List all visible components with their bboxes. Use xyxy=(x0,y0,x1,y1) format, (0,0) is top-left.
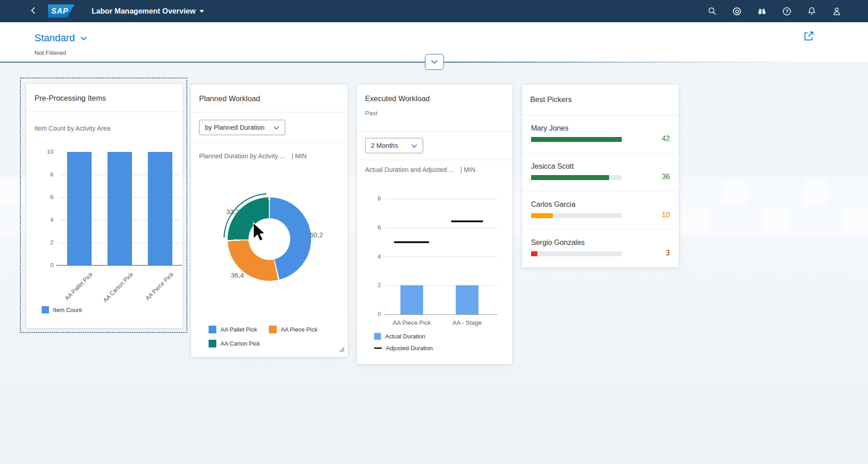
card-pre-processing-items[interactable]: Pre-Processing Items Item Count by Activ… xyxy=(26,84,183,328)
legend-color-swatch xyxy=(374,333,381,340)
filter-status: Not Filtered xyxy=(34,49,66,56)
card-best-pickers[interactable]: Best Pickers Mary Jones42Jesicca Scott36… xyxy=(522,84,679,268)
copilot-icon xyxy=(732,6,742,16)
picker-name: Carlos Garcia xyxy=(531,200,575,209)
legend-color-swatch xyxy=(209,326,216,333)
slice-value-aa-carton-pick: 33,2 xyxy=(226,208,239,215)
chart-legend: AA Pallet PickAA Piece PickAA Carton Pic… xyxy=(209,326,317,347)
bar-aa-stage[interactable] xyxy=(456,285,478,314)
legend-label: AA Carton Pick xyxy=(220,340,260,347)
svg-text:?: ? xyxy=(785,9,789,14)
chevron-down-icon xyxy=(273,124,279,131)
bar-dash-chart: 02468AA Piece PickAA - Stage xyxy=(357,84,512,364)
app-title-menu[interactable]: Labor Management Overview xyxy=(92,7,204,15)
notifications-button[interactable] xyxy=(807,6,817,16)
legend-line-swatch xyxy=(374,347,382,349)
variant-title: Standard xyxy=(34,32,75,44)
y-axis-label: 4 xyxy=(29,216,54,223)
adjusted-duration-marker-aa-stage[interactable] xyxy=(451,220,483,222)
progress-fill xyxy=(531,213,553,218)
slice-value-aa-pallet-pick: 60,2 xyxy=(310,231,323,239)
collapse-header-button[interactable] xyxy=(425,54,444,70)
mouse-cursor xyxy=(252,222,267,243)
picker-value: 42 xyxy=(662,135,670,143)
person-icon xyxy=(832,6,842,16)
divider xyxy=(191,112,348,112)
dashboard-content: Pre-Processing Items Item Count by Activ… xyxy=(0,63,868,464)
copilot-button[interactable] xyxy=(732,6,742,16)
binoculars-button[interactable] xyxy=(757,6,767,16)
resize-handle[interactable] xyxy=(339,346,345,354)
progress-fill xyxy=(531,175,609,180)
back-icon xyxy=(29,6,38,16)
chart-title: Planned Duration by Activity ...| MIN xyxy=(199,152,307,160)
binoculars-icon xyxy=(757,6,767,16)
legend-color-swatch xyxy=(269,326,277,333)
picker-row-sergio-gonzales[interactable]: Sergio Gonzales3 xyxy=(522,230,679,268)
chart-legend: Actual DurationAdjusted Duration xyxy=(374,333,433,352)
share-button[interactable] xyxy=(803,30,814,44)
legend-item-aa-piece-pick[interactable]: AA Piece Pick xyxy=(269,326,317,333)
bell-icon xyxy=(807,6,817,16)
legend-item-actual-duration: Actual Duration xyxy=(374,333,433,340)
picker-value: 36 xyxy=(662,173,670,181)
help-icon: ? xyxy=(782,6,792,16)
y-axis-label: 8 xyxy=(29,171,54,178)
sap-logo[interactable]: SAP xyxy=(48,5,74,18)
x-axis-label: AA - Stage xyxy=(440,319,494,326)
y-axis-label: 10 xyxy=(29,148,54,155)
card-executed-workload[interactable]: Executed Workload Past 2 Months Actual D… xyxy=(357,84,512,364)
donut-chart: 60,236,433,2 xyxy=(191,166,348,316)
legend-label: AA Piece Pick xyxy=(281,326,317,333)
legend-item-item-count: Item Count xyxy=(42,306,82,313)
legend-color-swatch xyxy=(209,340,216,347)
x-axis-label: AA Piece Pick xyxy=(385,319,439,326)
card-title: Best Pickers xyxy=(530,95,572,104)
app-title: Labor Management Overview xyxy=(92,7,195,15)
legend-item-aa-carton-pick[interactable]: AA Carton Pick xyxy=(209,340,269,347)
progress-track xyxy=(531,175,622,180)
picker-name: Mary Jones xyxy=(531,124,569,132)
help-button[interactable]: ? xyxy=(782,6,792,16)
card-planned-workload[interactable]: Planned Workload by Planned Duration Pla… xyxy=(191,84,348,357)
picker-row-carlos-garcia[interactable]: Carlos Garcia10 xyxy=(522,191,679,230)
back-button[interactable] xyxy=(29,6,38,16)
variant-selector[interactable]: Standard xyxy=(34,32,87,44)
y-axis-label: 6 xyxy=(29,194,54,200)
divider xyxy=(191,142,348,143)
profile-button[interactable] xyxy=(832,6,842,16)
legend-item-adjusted-duration: Adjusted Duration xyxy=(374,345,433,352)
picker-value: 3 xyxy=(666,249,670,257)
picker-name: Sergio Gonzales xyxy=(531,239,585,247)
legend-label: AA Pallet Pick xyxy=(220,326,257,333)
picker-row-jesicca-scott[interactable]: Jesicca Scott36 xyxy=(522,153,679,191)
search-button[interactable] xyxy=(707,6,717,16)
bar-aa-piece-pick[interactable] xyxy=(400,285,423,314)
legend-item-aa-pallet-pick[interactable]: AA Pallet Pick xyxy=(209,326,269,333)
chevron-down-icon xyxy=(80,34,87,42)
y-axis-label: 4 xyxy=(359,253,381,260)
picker-list: Mary Jones42Jesicca Scott36Carlos Garcia… xyxy=(522,115,679,268)
progress-track xyxy=(531,251,622,256)
picker-row-mary-jones[interactable]: Mary Jones42 xyxy=(522,115,679,153)
y-axis-label: 8 xyxy=(359,195,381,202)
gridline xyxy=(385,228,497,228)
adjusted-duration-marker-aa-piece-pick[interactable] xyxy=(394,241,429,243)
bar-aa-piece-pick[interactable] xyxy=(148,152,172,265)
planned-workload-view-select[interactable]: by Planned Duration xyxy=(199,120,285,135)
progress-track xyxy=(531,137,622,142)
picker-value: 10 xyxy=(662,211,670,219)
card-focus-outline: Pre-Processing Items Item Count by Activ… xyxy=(20,78,187,333)
gridline xyxy=(385,257,497,257)
y-axis-label: 2 xyxy=(359,282,381,288)
bar-aa-carton-pick[interactable] xyxy=(107,152,132,265)
progress-fill xyxy=(531,137,622,142)
chevron-down-icon xyxy=(431,59,438,65)
bar-chart: 0246810AA Pallet PickAA Carton PickAA Pi… xyxy=(26,84,183,328)
legend-label: Adjusted Duration xyxy=(386,345,433,352)
bar-aa-pallet-pick[interactable] xyxy=(67,152,92,265)
shell-bar: SAP Labor Management Overview ? xyxy=(0,0,868,22)
picker-name: Jesicca Scott xyxy=(531,162,574,171)
progress-fill xyxy=(531,251,537,256)
x-axis-label: AA Carton Pick xyxy=(88,271,135,317)
